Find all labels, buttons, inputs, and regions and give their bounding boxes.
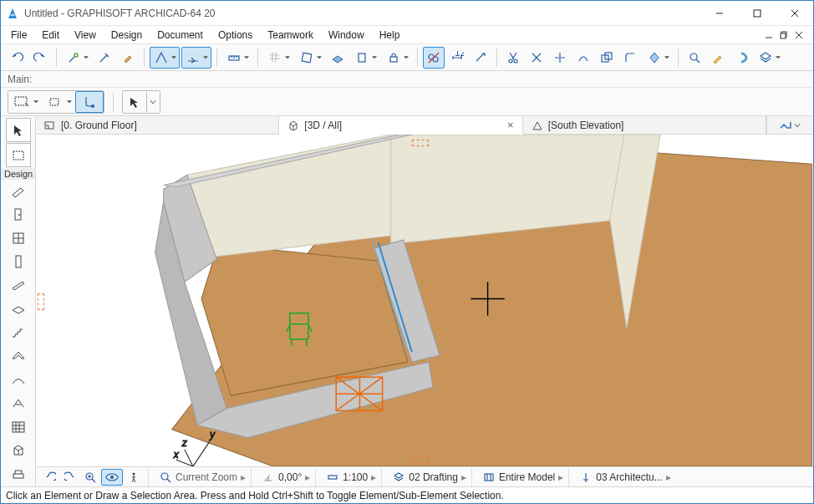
eyedropper-button[interactable] <box>117 47 139 69</box>
mdi-close[interactable] <box>793 29 805 41</box>
slab-tool[interactable] <box>6 298 31 320</box>
model-value[interactable]: Entire Model <box>499 471 555 483</box>
pen-icon <box>579 471 593 484</box>
ruler-button[interactable] <box>222 47 252 69</box>
mdi-restore[interactable] <box>778 29 790 41</box>
mdi-minimize[interactable] <box>763 29 775 41</box>
menu-design[interactable]: Design <box>104 28 149 43</box>
separator <box>144 48 145 67</box>
redo-button[interactable] <box>29 47 51 69</box>
curtainwall-tool[interactable] <box>6 415 31 438</box>
scale-value[interactable]: 1:100 <box>343 471 368 483</box>
zoom-fit-button[interactable] <box>81 469 99 486</box>
wall-tool[interactable] <box>6 180 31 202</box>
maximize-button[interactable] <box>738 1 776 25</box>
tab-close-button[interactable]: × <box>507 119 514 131</box>
pickup-button[interactable] <box>62 47 92 69</box>
skylight-tool[interactable] <box>6 392 31 415</box>
svg-point-59 <box>110 476 114 479</box>
split-button[interactable] <box>549 47 571 69</box>
inject-button[interactable] <box>94 47 115 69</box>
walk-button[interactable] <box>125 469 143 486</box>
menu-file[interactable]: File <box>4 28 33 43</box>
toolbox: Design <box>1 116 36 486</box>
scene-render: y x z <box>36 135 813 466</box>
menu-document[interactable]: Document <box>150 28 210 43</box>
nav-next-button[interactable] <box>61 469 79 486</box>
offset-button[interactable] <box>643 47 673 69</box>
nav-prev-button[interactable] <box>41 469 59 486</box>
cut-button[interactable] <box>502 47 524 69</box>
toolbox-group-label: Design <box>1 168 35 180</box>
stair-tool[interactable] <box>6 322 31 344</box>
3d-viewport[interactable]: y x z <box>36 135 813 466</box>
main-toolbar: 12 <box>1 44 813 71</box>
zoom-label[interactable]: Current Zoom <box>176 471 237 483</box>
arrow-mode-button[interactable] <box>123 91 146 113</box>
menu-view[interactable]: View <box>68 28 103 43</box>
undo-button[interactable] <box>6 47 28 69</box>
tab-overflow[interactable] <box>766 116 813 134</box>
gravity-button[interactable] <box>350 47 380 69</box>
grid-button[interactable] <box>263 47 293 69</box>
marquee-poly-button[interactable] <box>42 91 75 113</box>
find-button[interactable] <box>684 47 705 69</box>
selection-bar <box>1 88 813 116</box>
lock-button[interactable] <box>382 47 412 69</box>
quick-select-button[interactable] <box>75 91 104 113</box>
shell-tool[interactable] <box>6 369 31 391</box>
dimension-button[interactable]: 12 <box>446 47 468 69</box>
menu-help[interactable]: Help <box>373 28 407 43</box>
view-value[interactable]: 03 Architectu... <box>596 471 662 483</box>
tab-ground-floor[interactable]: [0. Ground Floor] <box>36 116 279 134</box>
arrow-mode-dropdown[interactable] <box>146 91 160 113</box>
split-handle-bottom[interactable] <box>412 456 429 463</box>
svg-point-18 <box>509 59 512 63</box>
info-row: Main: <box>1 71 813 88</box>
angle-value[interactable]: 0,00° <box>278 471 302 483</box>
morph-tool[interactable] <box>6 440 31 462</box>
marquee-tool[interactable] <box>6 143 31 167</box>
arrow-tool[interactable] <box>6 118 31 142</box>
tab-label: [South Elevation] <box>548 120 624 131</box>
guideline-button[interactable] <box>150 47 180 69</box>
snap-button[interactable] <box>295 47 325 69</box>
show-all-button[interactable] <box>730 47 752 69</box>
marquee-rect-button[interactable] <box>8 91 42 113</box>
window-tool[interactable] <box>6 227 31 250</box>
orbit-button[interactable] <box>101 469 123 486</box>
split-handle-top[interactable] <box>412 140 429 146</box>
trim-button[interactable] <box>526 47 547 69</box>
tab-south-elevation[interactable]: [South Elevation] <box>523 116 766 134</box>
fillet-button[interactable] <box>619 47 641 69</box>
editor-area: [0. Ground Floor] [3D / All] × [South El… <box>36 116 813 486</box>
measure-button[interactable] <box>470 47 491 69</box>
separator <box>113 93 114 111</box>
layer-value[interactable]: 02 Drafting <box>409 471 458 483</box>
svg-point-19 <box>514 59 517 63</box>
svg-text:y: y <box>209 429 216 440</box>
snap-guide-button[interactable] <box>181 47 211 69</box>
edit-selection-button[interactable] <box>707 47 729 69</box>
adjust-button[interactable] <box>572 47 594 69</box>
beam-tool[interactable] <box>6 274 31 297</box>
menu-teamwork[interactable]: Teamwork <box>261 28 320 43</box>
close-button[interactable] <box>776 1 813 25</box>
separator <box>216 48 217 67</box>
tab-3d[interactable]: [3D / All] × <box>279 116 522 135</box>
split-handle-left[interactable] <box>38 293 44 310</box>
menu-options[interactable]: Options <box>211 28 259 43</box>
column-tool[interactable] <box>6 251 31 273</box>
plane-button[interactable] <box>327 47 348 69</box>
minimize-button[interactable] <box>700 1 738 25</box>
suspend-groups-button[interactable] <box>423 47 445 69</box>
roof-tool[interactable] <box>6 345 31 368</box>
svg-text:12: 12 <box>455 51 464 59</box>
menu-window[interactable]: Window <box>322 28 371 43</box>
object-tool[interactable] <box>6 463 31 486</box>
attributes-button[interactable] <box>754 47 784 69</box>
menu-edit[interactable]: Edit <box>35 28 66 43</box>
workspace: Design [0. Ground Floor] <box>1 116 813 486</box>
intersect-button[interactable] <box>596 47 618 69</box>
door-tool[interactable] <box>6 203 31 226</box>
